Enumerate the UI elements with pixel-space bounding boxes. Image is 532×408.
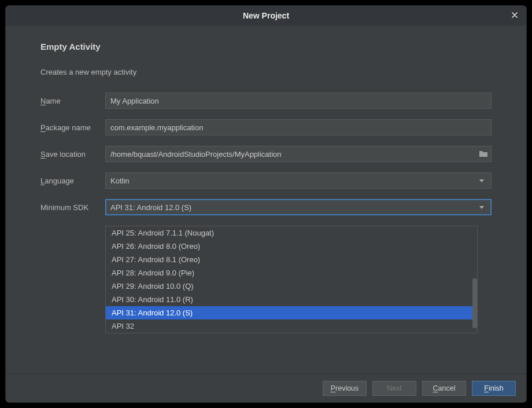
label-save-location: Save location	[40, 150, 105, 159]
scrollbar-thumb[interactable]	[472, 278, 477, 328]
titlebar: New Project	[6, 6, 526, 25]
sdk-option[interactable]: API 30: Android 11.0 (R)	[106, 293, 477, 306]
cancel-button[interactable]: Cancel	[422, 381, 466, 396]
previous-button[interactable]: Previous	[323, 381, 367, 396]
save-location-input[interactable]	[105, 146, 492, 162]
sdk-option[interactable]: API 31: Android 12.0 (S)	[106, 306, 477, 319]
chevron-down-icon	[479, 179, 484, 182]
language-select[interactable]: Kotlin	[105, 172, 492, 189]
minimum-sdk-dropdown: API 25: Android 7.1.1 (Nougat)API 26: An…	[105, 226, 478, 333]
row-minimum-sdk: Minimum SDK API 31: Android 12.0 (S)	[40, 199, 492, 215]
row-package: Package name	[40, 119, 492, 135]
name-input[interactable]	[105, 93, 492, 109]
sdk-option[interactable]: API 32	[106, 319, 477, 333]
sdk-option[interactable]: API 25: Android 7.1.1 (Nougat)	[106, 226, 477, 240]
new-project-window: New Project Empty Activity Creates a new…	[6, 6, 526, 402]
package-input[interactable]	[105, 119, 492, 135]
sdk-option[interactable]: API 26: Android 8.0 (Oreo)	[106, 240, 477, 253]
sdk-option[interactable]: API 28: Android 9.0 (Pie)	[106, 266, 477, 280]
content-area: Empty Activity Creates a new empty activ…	[6, 25, 526, 373]
language-value: Kotlin	[110, 177, 130, 185]
label-minimum-sdk: Minimum SDK	[40, 203, 105, 212]
label-package: Package name	[40, 123, 105, 132]
close-icon[interactable]	[509, 9, 520, 21]
next-button: Next	[372, 381, 416, 396]
chevron-down-icon	[479, 206, 484, 209]
finish-button[interactable]: Finish	[472, 381, 516, 396]
page-heading: Empty Activity	[40, 42, 492, 52]
page-subtitle: Creates a new empty activity	[40, 68, 492, 76]
minimum-sdk-select[interactable]: API 31: Android 12.0 (S)	[105, 199, 492, 215]
dropdown-list: API 25: Android 7.1.1 (Nougat)API 26: An…	[106, 226, 477, 333]
row-name: Name	[40, 93, 492, 109]
label-language: Language	[40, 177, 105, 185]
folder-icon[interactable]	[479, 149, 488, 159]
minimum-sdk-value: API 31: Android 12.0 (S)	[110, 203, 191, 212]
sdk-option[interactable]: API 29: Android 10.0 (Q)	[106, 280, 477, 293]
sdk-option[interactable]: API 27: Android 8.1 (Oreo)	[106, 253, 477, 266]
label-name: Name	[40, 97, 105, 105]
footer: Previous Next Cancel Finish	[6, 373, 526, 402]
window-title: New Project	[243, 11, 289, 20]
row-language: Language Kotlin	[40, 172, 492, 189]
row-save-location: Save location	[40, 146, 492, 162]
